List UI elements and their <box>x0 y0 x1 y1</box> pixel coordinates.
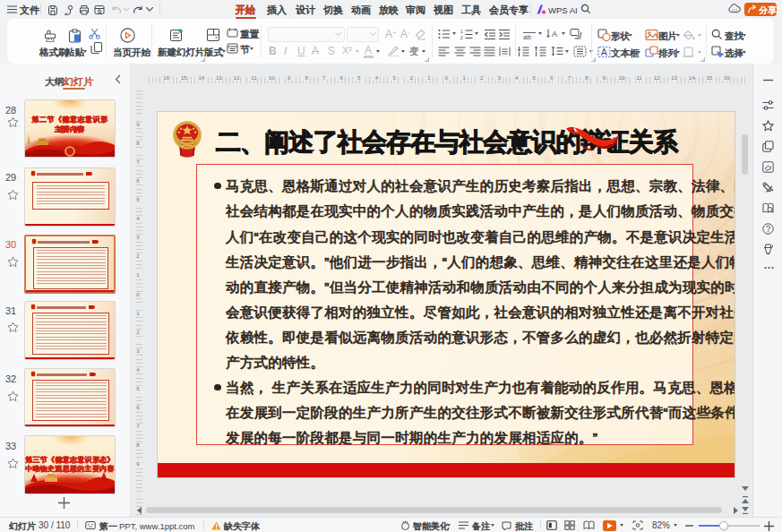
svg-text:ab: ab <box>523 33 531 40</box>
svg-text:A: A <box>552 30 557 39</box>
svg-text:2: 2 <box>460 35 463 39</box>
svg-text:A: A <box>601 47 607 57</box>
svg-text:1: 1 <box>460 29 463 34</box>
